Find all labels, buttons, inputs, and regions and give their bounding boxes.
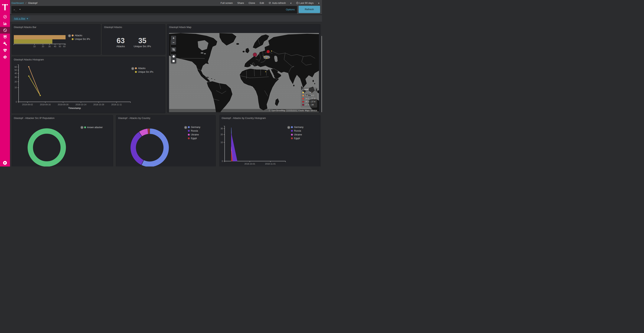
legend-toggle-icon[interactable]: › <box>80 126 84 129</box>
heartbeat-icon <box>3 48 7 52</box>
legend-item[interactable]: Russia <box>291 129 304 133</box>
legend-item[interactable]: Unique Src IPs <box>72 38 90 41</box>
map-zoom-out-button[interactable]: − <box>171 40 176 45</box>
legend-color-dot <box>135 71 137 73</box>
legend-item[interactable]: Attacks <box>135 66 153 70</box>
panel-glastopf-attacks-bar: Glastopf Attacks Bar 102030405060 › Atta… <box>12 24 100 55</box>
legend-toggle-icon[interactable]: › <box>131 67 134 70</box>
metric-unique-src-ips: 35 Unique Src IPs <box>134 37 151 48</box>
world-map[interactable]: + − Count 1 – 7.67.6 – 14.214.2 – 20.820… <box>169 33 319 112</box>
legend-color-dot <box>291 137 293 139</box>
map-legend-item: 7.6 – 14.2 <box>302 94 315 97</box>
legend-color-dot <box>291 126 293 128</box>
svg-text:2018-11-01: 2018-11-01 <box>265 163 276 165</box>
map-legend-item: 20.8 – 27.4 <box>302 100 315 103</box>
panel-attacker-src-ip-reputation: Glastopf - Attacker Src IP Reputation › … <box>12 115 113 167</box>
chart-legend: known attacker <box>84 125 103 129</box>
map-fit-data-button[interactable] <box>171 47 176 52</box>
legend-item[interactable]: Germany <box>188 125 200 129</box>
legend-item[interactable]: Ukraine <box>188 133 200 137</box>
legend-color-dot <box>72 38 74 40</box>
map-legend-rows: 1 – 7.67.6 – 14.214.2 – 20.820.8 – 27.42… <box>302 91 315 106</box>
search-input[interactable]: >_ * Options <box>11 6 297 14</box>
add-filter-button[interactable]: Add a filter + <box>12 17 30 21</box>
map-canvas <box>169 33 319 112</box>
scrollbar-thumb[interactable] <box>322 36 322 112</box>
legend-item[interactable]: Egypt <box>188 137 200 140</box>
query-bar: >_ * Options Refresh <box>10 6 322 14</box>
top-menu: Full screen Share Clone Edit Auto-refres… <box>220 1 322 5</box>
time-range-picker[interactable]: Last 90 days <box>296 2 314 5</box>
wrench-icon <box>3 42 7 46</box>
svg-text:30: 30 <box>14 76 17 78</box>
sidebar-item-dashboard[interactable] <box>0 27 10 34</box>
time-back-button[interactable]: ‹ <box>290 1 292 5</box>
query-prompt-icon: >_ <box>14 9 17 11</box>
legend-item[interactable]: Russia <box>188 129 200 133</box>
legend-toggle-icon[interactable]: › <box>184 126 187 129</box>
sidebar-item-visualize[interactable] <box>0 20 10 27</box>
share-button[interactable]: Share <box>237 2 244 5</box>
legend-toggle-icon[interactable]: › <box>287 126 290 129</box>
svg-text:50: 50 <box>14 69 17 71</box>
full-screen-button[interactable]: Full screen <box>220 2 233 5</box>
panel-glastopf-attack-map: Glastopf Attack Map <box>167 24 320 113</box>
map-draw-controls <box>171 54 176 63</box>
sidebar-item-dev-tools[interactable] <box>0 40 10 47</box>
time-forward-button[interactable]: › <box>318 1 319 5</box>
sidebar-item-discover[interactable] <box>0 14 10 20</box>
breadcrumb-current: Glastopf <box>28 2 37 5</box>
svg-text:60: 60 <box>14 66 17 68</box>
ems-link[interactable]: Elastic Maps Service <box>298 109 318 112</box>
refresh-button[interactable]: Refresh <box>298 6 320 13</box>
panel-glastopf-attacks-metric: Glastopf Attacks 63 Attacks 35 Unique Sr… <box>102 24 166 55</box>
edit-button[interactable]: Edit <box>260 2 264 5</box>
map-zoom-controls: + − <box>171 36 176 45</box>
svg-text:2018-10-01: 2018-10-01 <box>244 163 255 165</box>
query-value[interactable]: * <box>19 8 297 11</box>
reputation-donut-chart <box>12 115 113 167</box>
gear-icon <box>3 55 7 59</box>
svg-text:0: 0 <box>16 101 17 103</box>
breadcrumb-separator: / <box>26 2 26 5</box>
sidebar-item-monitoring[interactable] <box>0 47 10 54</box>
svg-text:20: 20 <box>220 133 223 136</box>
auto-refresh-button[interactable]: Auto-refresh <box>268 2 286 5</box>
map-legend-dot <box>302 95 304 97</box>
svg-text:2018-09-02: 2018-09-02 <box>22 103 33 106</box>
svg-text:2018-11-11: 2018-11-11 <box>111 103 122 106</box>
map-zoom-in-button[interactable]: + <box>171 36 176 40</box>
map-legend-dot <box>302 98 304 100</box>
country-histogram-chart: 01020302018-10-012018-11-01Timestamp <box>220 115 320 167</box>
telekom-logo[interactable] <box>0 2 10 11</box>
svg-text:60: 60 <box>63 45 65 48</box>
svg-text:10: 10 <box>14 86 17 89</box>
svg-text:2018-10-28: 2018-10-28 <box>93 103 104 106</box>
sidebar-item-management[interactable] <box>0 54 10 61</box>
legend-item[interactable]: Unique Src IPs <box>135 70 153 74</box>
legend-item[interactable]: known attacker <box>84 125 103 129</box>
panel-attacks-by-country-histogram: Glastopf - Attacks by Country Histogram … <box>220 115 320 167</box>
breadcrumb-dashboard-link[interactable]: Dashboard <box>12 2 24 5</box>
options-link[interactable]: Options <box>286 8 295 11</box>
sidebar-item-timelion[interactable] <box>0 34 10 40</box>
svg-text:0: 0 <box>222 160 223 162</box>
panel-title: Glastopf Attacks <box>104 26 122 29</box>
map-draw-rectangle-button[interactable] <box>171 59 176 63</box>
map-draw-polygon-button[interactable] <box>171 54 176 59</box>
legend-toggle-icon[interactable]: › <box>68 34 71 37</box>
metric-attacks: 63 Attacks <box>116 37 125 48</box>
map-fit-control <box>171 47 176 52</box>
clone-button[interactable]: Clone <box>248 2 255 5</box>
legend-item[interactable]: Germany <box>291 125 304 129</box>
legend-item[interactable]: Egypt <box>291 137 304 140</box>
clock-icon <box>296 2 298 4</box>
panel-attacks-by-country: Glastopf - Attacks by Country › GermanyR… <box>116 115 216 167</box>
legend-color-dot <box>291 130 293 132</box>
legend-item[interactable]: Ukraine <box>291 133 304 137</box>
osm-link[interactable]: OpenStreetMap <box>271 109 286 112</box>
legend-item[interactable]: Attacks <box>72 34 90 38</box>
sidebar-expand-button[interactable] <box>3 161 7 165</box>
svg-text:10: 10 <box>220 141 223 143</box>
lion-face-icon <box>3 35 7 39</box>
